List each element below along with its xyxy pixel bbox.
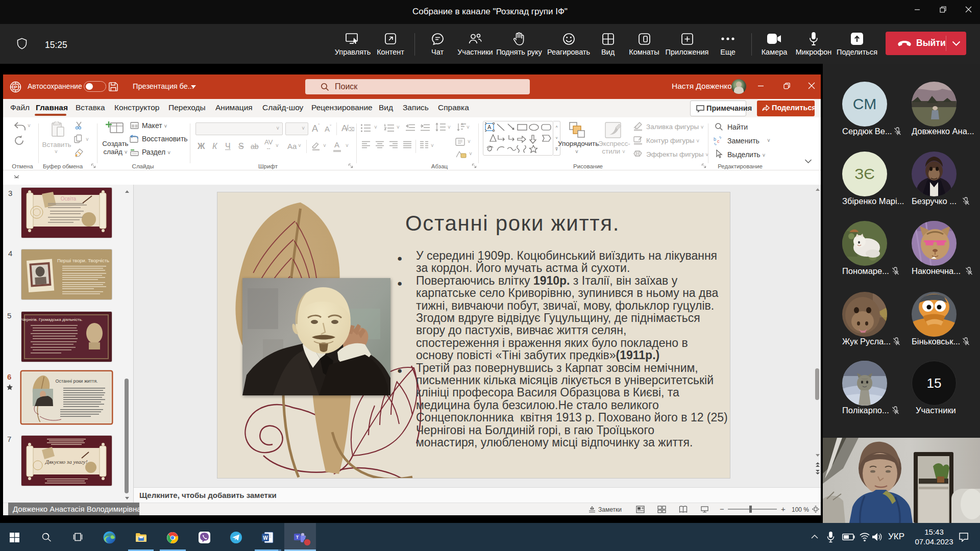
svg-text:Перші твори. Творчість: Перші твори. Творчість	[57, 258, 109, 263]
svg-text:Останні роки життя.: Останні роки життя.	[55, 379, 97, 384]
svg-text:W: W	[263, 535, 268, 541]
svg-text:Освіта: Освіта	[61, 196, 77, 202]
svg-text:P: P	[14, 84, 17, 90]
svg-text:c: c	[717, 139, 720, 144]
svg-text:Чернігів. Громадська діяльніст: Чернігів. Громадська діяльність.	[21, 317, 83, 322]
svg-text:A: A	[461, 122, 463, 126]
svg-text:b: b	[714, 137, 716, 142]
svg-text:A: A	[487, 124, 492, 130]
svg-text:Дякуємо за увагу!: Дякуємо за увагу!	[45, 459, 88, 465]
svg-text:T: T	[296, 535, 299, 540]
